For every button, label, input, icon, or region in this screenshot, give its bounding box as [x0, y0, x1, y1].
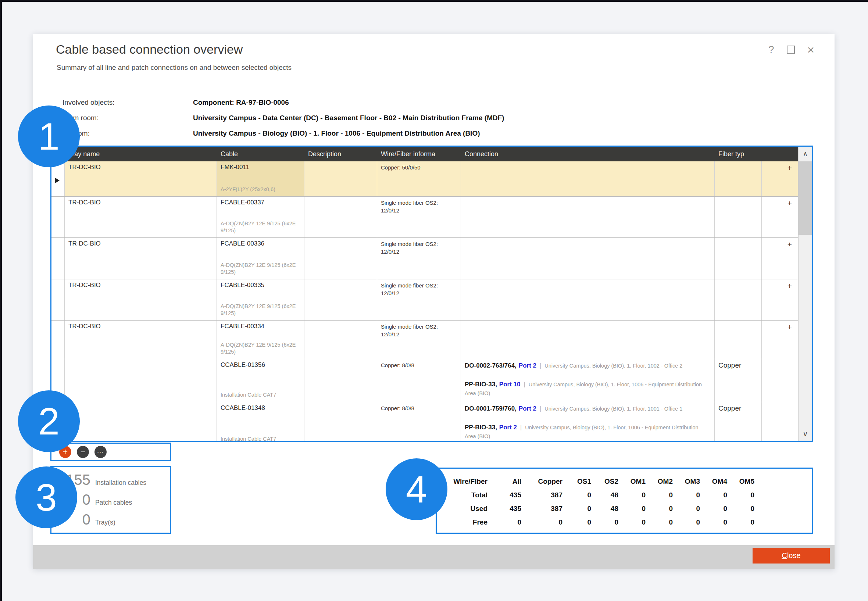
cell-fiber-type[interactable]: Copper — [715, 359, 762, 402]
connection-port-link[interactable]: Port 2 — [519, 362, 536, 369]
column-header-fiber-type[interactable]: Fiber typ — [715, 146, 762, 162]
annotation-callout-3: 3 — [15, 467, 77, 528]
cell-wire-fiber-info[interactable]: Single mode fiber OS2: 12/0/12 — [377, 238, 461, 279]
wire-fiber-summary-table: Wire/Fiber All Copper OS1 OS2 OM1 OM2 OM… — [441, 474, 754, 529]
remove-button[interactable]: − — [77, 446, 89, 458]
close-icon[interactable]: × — [807, 44, 815, 55]
cell-fiber-type[interactable] — [715, 162, 762, 196]
cell-cable[interactable]: FCABLE-00334 A-DQ(ZN)B2Y 12E 9/125 (6x2E… — [217, 320, 304, 359]
screenshot-root: Cable based connection overview Summary … — [0, 0, 868, 601]
connection-port-link[interactable]: Port 2 — [519, 405, 536, 412]
summary-value: 0 — [700, 516, 727, 529]
row-expander[interactable]: + — [762, 279, 798, 320]
row-expander[interactable]: + — [762, 238, 798, 279]
connection-entry: PP-BIO-33,Port 2|University Campus, Biol… — [465, 423, 711, 441]
cell-tray-name[interactable]: TR-DC-BIO — [65, 320, 217, 359]
row-selector-cell[interactable] — [52, 238, 65, 279]
cell-connection[interactable] — [461, 238, 715, 279]
column-header-description[interactable]: Description — [304, 146, 377, 162]
help-icon[interactable]: ? — [768, 44, 774, 55]
cell-tray-name[interactable]: TR-DC-BIO — [65, 197, 217, 238]
cell-wire-fiber-info[interactable]: Single mode fiber OS2: 12/0/12 — [377, 279, 461, 320]
cell-connection[interactable]: DO-0001-759/760,Port 2|University Campus… — [461, 402, 715, 441]
cell-tray-name[interactable] — [65, 359, 217, 402]
row-expander[interactable]: + — [762, 320, 798, 359]
summary-row-free: Free 0 0 0 0 0 0 0 0 0 — [441, 516, 754, 529]
cell-description[interactable] — [304, 238, 377, 279]
cell-cable[interactable]: FMK-0011 A-2YF(L)2Y (25x2x0,6) — [217, 162, 304, 196]
table-row[interactable]: TR-DC-BIO FCABLE-00337 A-DQ(ZN)B2Y 12E 9… — [52, 197, 798, 238]
cell-cable[interactable]: CCABLE-01356 Installation Cable CAT7 — [217, 359, 304, 402]
table-row[interactable]: TR-DC-BIO FCABLE-00336 A-DQ(ZN)B2Y 12E 9… — [52, 238, 798, 279]
cell-fiber-type[interactable] — [715, 320, 762, 359]
window-frame-top — [0, 0, 868, 2]
column-header-cable[interactable]: Cable — [217, 146, 304, 162]
cell-description[interactable] — [304, 359, 377, 402]
cell-description[interactable] — [304, 162, 377, 196]
cell-connection[interactable] — [461, 320, 715, 359]
cell-cable[interactable]: FCABLE-00337 A-DQ(ZN)B2Y 12E 9/125 (6x2E… — [217, 197, 304, 238]
cell-connection[interactable]: DO-0002-763/764,Port 2|University Campus… — [461, 359, 715, 402]
column-header-tray-name[interactable]: Tray name — [65, 146, 217, 162]
stat-label: Patch cables — [95, 499, 132, 506]
more-options-button[interactable]: ⋯ — [95, 446, 107, 458]
cell-description[interactable] — [304, 402, 377, 441]
maximize-icon[interactable] — [787, 46, 795, 54]
cell-cable[interactable]: FCABLE-00336 A-DQ(ZN)B2Y 12E 9/125 (6x2E… — [217, 238, 304, 279]
cell-connection[interactable] — [461, 162, 715, 196]
cell-wire-fiber-info[interactable]: Copper: 8/0/8 — [377, 359, 461, 402]
cell-tray-name[interactable] — [65, 402, 217, 441]
cell-fiber-type[interactable] — [715, 197, 762, 238]
row-expander[interactable] — [762, 402, 798, 441]
cell-wire-fiber-info[interactable]: Single mode fiber OS2: 12/0/12 — [377, 320, 461, 359]
cell-tray-name[interactable]: TR-DC-BIO — [65, 162, 217, 196]
cell-description[interactable] — [304, 197, 377, 238]
summary-value: 0 — [563, 502, 591, 516]
cell-connection[interactable] — [461, 197, 715, 238]
separator: | — [540, 406, 541, 412]
summary-value: 0 — [563, 488, 591, 502]
scrollbar-thumb[interactable] — [798, 162, 812, 235]
connection-port-link[interactable]: Port 2 — [499, 424, 517, 431]
cell-cable[interactable]: FCABLE-00335 A-DQ(ZN)B2Y 12E 9/125 (6x2E… — [217, 279, 304, 320]
connection-port-link[interactable]: Port 10 — [499, 381, 520, 388]
table-row[interactable]: TR-DC-BIO FCABLE-00335 A-DQ(ZN)B2Y 12E 9… — [52, 279, 798, 320]
cell-fiber-type[interactable] — [715, 279, 762, 320]
row-expander[interactable] — [762, 359, 798, 402]
cell-description[interactable] — [304, 320, 377, 359]
row-selector-cell[interactable] — [52, 197, 65, 238]
scroll-up-icon[interactable]: ∧ — [798, 149, 812, 158]
scroll-down-icon[interactable]: ∨ — [798, 430, 812, 438]
cable-type: Installation Cable CAT7 — [221, 436, 301, 441]
cell-fiber-type[interactable]: Copper — [715, 402, 762, 441]
row-expander[interactable]: + — [762, 197, 798, 238]
row-selector-cell[interactable] — [52, 320, 65, 359]
column-header-connection[interactable]: Connection — [461, 146, 715, 162]
cell-wire-fiber-info[interactable]: Copper: 8/0/8 — [377, 402, 461, 441]
dialog-footer-bar: Close — [33, 545, 834, 569]
summary-value: 48 — [591, 502, 618, 516]
table-row[interactable]: CCABLE-01348 Installation Cable CAT7 Cop… — [52, 402, 798, 441]
table-row[interactable]: TR-DC-BIO FCABLE-00334 A-DQ(ZN)B2Y 12E 9… — [52, 320, 798, 359]
grid-toolbar: + − ⋯ — [50, 442, 171, 461]
cell-cable[interactable]: CCABLE-01348 Installation Cable CAT7 — [217, 402, 304, 441]
cell-tray-name[interactable]: TR-DC-BIO — [65, 238, 217, 279]
row-expander[interactable]: + — [762, 162, 798, 196]
vertical-scrollbar[interactable]: ∧ ∨ — [798, 146, 812, 441]
summary-value: 0 — [700, 502, 727, 516]
cell-tray-name[interactable]: TR-DC-BIO — [65, 279, 217, 320]
cell-description[interactable] — [304, 279, 377, 320]
stat-label: Installation cables — [95, 479, 146, 487]
summary-row-label: Total — [441, 488, 488, 502]
cell-connection[interactable] — [461, 279, 715, 320]
connections-grid: * Tray name Cable Description Wire/Fiber… — [50, 146, 813, 442]
cell-wire-fiber-info[interactable]: Single mode fiber OS2: 12/0/12 — [377, 197, 461, 238]
cell-fiber-type[interactable] — [715, 238, 762, 279]
row-selector-cell[interactable] — [52, 279, 65, 320]
table-row[interactable]: TR-DC-BIO FMK-0011 A-2YF(L)2Y (25x2x0,6)… — [52, 162, 798, 197]
table-row[interactable]: CCABLE-01356 Installation Cable CAT7 Cop… — [52, 359, 798, 402]
column-header-wire-fiber[interactable]: Wire/Fiber informa — [377, 146, 461, 162]
close-button[interactable]: Close — [752, 548, 830, 563]
cell-wire-fiber-info[interactable]: Copper: 50/0/50 — [377, 162, 461, 196]
current-row-arrow-icon — [55, 177, 59, 183]
